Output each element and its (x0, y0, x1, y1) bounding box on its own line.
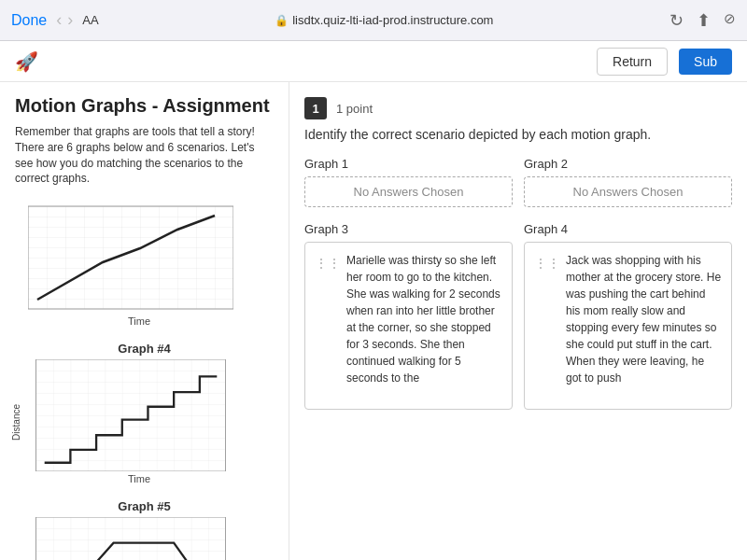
graph-1-wrapper: Time (11, 202, 277, 327)
graph-4-x-label: Time (45, 473, 233, 484)
graph3-scenario-group: Graph 3 ⋮⋮ Marielle was thirsty so she l… (304, 222, 513, 410)
nav-buttons: ‹ › (56, 10, 73, 30)
graph1-dropdown-group: Graph 1 No Answers Chosen (304, 157, 513, 207)
graph2-dropdown-group: Graph 2 No Answers Chosen (524, 157, 732, 207)
drag-handle-4[interactable]: ⋮⋮ (534, 254, 560, 273)
graph-4-container: Graph #4 Distance Time (0, 338, 289, 488)
rocket-icon: 🚀 (15, 50, 38, 73)
graph-5-wrapper: Position Time (11, 517, 277, 560)
main-content: Motion Graphs - Assignment Remember that… (0, 82, 747, 560)
page-description: Remember that graphs are tools that tell… (0, 124, 289, 198)
graph-4-label: Graph #4 (11, 342, 277, 356)
graph1-select[interactable]: No Answers Chosen (304, 176, 513, 207)
done-button[interactable]: Done (11, 12, 47, 29)
share-icon[interactable]: ⬆ (697, 10, 711, 31)
forward-button[interactable]: › (67, 10, 73, 30)
lock-icon: 🔒 (275, 14, 289, 27)
return-button[interactable]: Return (597, 48, 668, 76)
graph3-scenario-label: Graph 3 (304, 222, 513, 236)
graph3-scenario-text: Marielle was thirsty so she left her roo… (346, 252, 502, 386)
graph-5-container: Graph #5 Position Time (0, 496, 289, 560)
browser-bar: Done ‹ › AA 🔒 lisdtx.quiz-lti-iad-prod.i… (0, 0, 747, 41)
graph-4-y-label: Distance (11, 404, 24, 441)
question-header: 1 1 point (304, 97, 732, 119)
dropdowns-grid: Graph 1 No Answers Chosen Graph 2 No Ans… (304, 157, 732, 207)
question-number: 1 (304, 97, 327, 119)
graph4-scenario-text: Jack was shopping with his mother at the… (566, 252, 722, 386)
svg-rect-2 (35, 517, 225, 560)
svg-rect-1 (35, 359, 225, 471)
graph-1-svg (28, 202, 233, 314)
toolbar: 🚀 Return Sub (0, 41, 747, 82)
graph2-select[interactable]: No Answers Chosen (524, 176, 732, 207)
page-title: Motion Graphs - Assignment (0, 91, 289, 124)
graph1-label: Graph 1 (304, 157, 513, 171)
graph3-scenario-card[interactable]: ⋮⋮ Marielle was thirsty so she left her … (304, 242, 513, 410)
question-text: Identify the correct scenario depicted b… (304, 127, 732, 142)
right-panel: 1 1 point Identify the correct scenario … (289, 82, 747, 560)
graph4-scenario-group: Graph 4 ⋮⋮ Jack was shopping with his mo… (524, 222, 732, 410)
submit-button[interactable]: Sub (679, 49, 732, 75)
url-text: lisdtx.quiz-lti-iad-prod.instructure.com (292, 13, 493, 27)
graph-1-x-label: Time (45, 315, 233, 327)
refresh-icon[interactable]: ↻ (669, 10, 684, 31)
graph-5-label: Graph #5 (11, 499, 277, 513)
graph4-scenario-label: Graph 4 (524, 222, 732, 236)
graph-4-wrapper: Distance Time (11, 359, 277, 484)
drag-handle-3[interactable]: ⋮⋮ (315, 254, 341, 273)
left-panel: Motion Graphs - Assignment Remember that… (0, 82, 289, 560)
url-bar[interactable]: 🔒 lisdtx.quiz-lti-iad-prod.instructure.c… (108, 13, 660, 27)
scenario-cards-grid: Graph 3 ⋮⋮ Marielle was thirsty so she l… (304, 222, 732, 410)
svg-rect-0 (28, 206, 233, 309)
browser-actions: ↻ ⬆ ⊘ (669, 10, 736, 31)
more-icon[interactable]: ⊘ (724, 10, 736, 31)
text-size-button[interactable]: AA (82, 13, 98, 27)
back-button[interactable]: ‹ (56, 10, 62, 30)
question-points: 1 point (336, 102, 373, 116)
graph-5-svg (28, 517, 233, 560)
graph2-label: Graph 2 (524, 157, 732, 171)
graph-4-svg (28, 359, 233, 471)
graph-1-container: Time (0, 198, 289, 330)
graph4-scenario-card[interactable]: ⋮⋮ Jack was shopping with his mother at … (524, 242, 732, 410)
